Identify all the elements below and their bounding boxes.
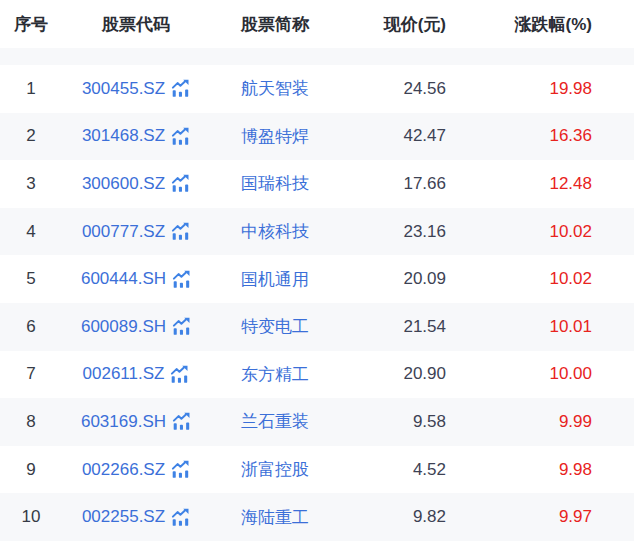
price-value: 20.90 bbox=[340, 364, 460, 384]
row-index: 4 bbox=[0, 222, 62, 242]
stock-chart-icon[interactable] bbox=[172, 270, 191, 289]
change-value: 10.00 bbox=[460, 364, 634, 384]
stock-code-cell: 002266.SZ bbox=[62, 460, 210, 480]
price-value: 23.16 bbox=[340, 222, 460, 242]
price-value: 9.82 bbox=[340, 507, 460, 527]
stock-code-link[interactable]: 000777.SZ bbox=[82, 222, 165, 242]
stock-chart-icon[interactable] bbox=[171, 174, 190, 193]
row-index: 3 bbox=[0, 174, 62, 194]
stock-code-link[interactable]: 002266.SZ bbox=[82, 460, 165, 480]
table-header-row: 序号 股票代码 股票简称 现价(元) 涨跌幅(%) bbox=[0, 0, 634, 48]
table-row: 9 002266.SZ 浙富控股 4.52 9.98 bbox=[0, 446, 634, 494]
stock-name-cell: 特变电工 bbox=[210, 315, 340, 338]
table-row: 5 600444.SH 国机通用 20.09 10.02 bbox=[0, 255, 634, 303]
change-value: 9.99 bbox=[460, 412, 634, 432]
stock-code-cell: 300455.SZ bbox=[62, 79, 210, 99]
stock-name-cell: 航天智装 bbox=[210, 77, 340, 100]
change-value: 9.98 bbox=[460, 460, 634, 480]
row-index: 2 bbox=[0, 126, 62, 146]
row-index: 1 bbox=[0, 79, 62, 99]
row-index: 9 bbox=[0, 460, 62, 480]
table-row: 6 600089.SH 特变电工 21.54 10.01 bbox=[0, 303, 634, 351]
stock-chart-icon[interactable] bbox=[170, 365, 189, 384]
stock-code-cell: 600444.SH bbox=[62, 269, 210, 289]
stock-code-cell: 603169.SH bbox=[62, 412, 210, 432]
stock-chart-icon[interactable] bbox=[171, 127, 190, 146]
stock-code-cell: 002255.SZ bbox=[62, 507, 210, 527]
stock-name-link[interactable]: 航天智装 bbox=[241, 79, 309, 98]
header-col-code: 股票代码 bbox=[62, 13, 210, 36]
stock-chart-icon[interactable] bbox=[172, 412, 191, 431]
stock-chart-icon[interactable] bbox=[171, 460, 190, 479]
header-divider-band bbox=[0, 48, 634, 65]
price-value: 9.58 bbox=[340, 412, 460, 432]
stock-chart-icon[interactable] bbox=[172, 317, 191, 336]
stock-code-link[interactable]: 002255.SZ bbox=[82, 507, 165, 527]
price-value: 21.54 bbox=[340, 317, 460, 337]
price-value: 17.66 bbox=[340, 174, 460, 194]
header-col-name: 股票简称 bbox=[210, 13, 340, 36]
stock-code-link[interactable]: 603169.SH bbox=[81, 412, 166, 432]
stock-name-link[interactable]: 特变电工 bbox=[241, 317, 309, 336]
row-index: 7 bbox=[0, 364, 62, 384]
stock-name-link[interactable]: 兰石重装 bbox=[241, 412, 309, 431]
row-index: 10 bbox=[0, 507, 62, 527]
change-value: 19.98 bbox=[460, 79, 634, 99]
row-index: 5 bbox=[0, 269, 62, 289]
stock-name-cell: 国瑞科技 bbox=[210, 172, 340, 195]
stock-code-link[interactable]: 301468.SZ bbox=[82, 126, 165, 146]
stock-code-link[interactable]: 002611.SZ bbox=[83, 364, 165, 384]
table-row: 8 603169.SH 兰石重装 9.58 9.99 bbox=[0, 398, 634, 446]
change-value: 10.01 bbox=[460, 317, 634, 337]
price-value: 20.09 bbox=[340, 269, 460, 289]
table-row: 7 002611.SZ 东方精工 20.90 10.00 bbox=[0, 351, 634, 399]
stock-code-link[interactable]: 600444.SH bbox=[81, 269, 166, 289]
stock-name-cell: 中核科技 bbox=[210, 220, 340, 243]
stock-name-cell: 海陆重工 bbox=[210, 506, 340, 529]
stock-code-cell: 301468.SZ bbox=[62, 126, 210, 146]
header-col-price: 现价(元) bbox=[340, 13, 460, 36]
table-body: 1 300455.SZ 航天智装 24.56 19.98 bbox=[0, 65, 634, 541]
stock-name-link[interactable]: 中核科技 bbox=[241, 222, 309, 241]
stock-code-link[interactable]: 300455.SZ bbox=[82, 79, 165, 99]
stock-chart-icon[interactable] bbox=[171, 508, 190, 527]
table-row: 2 301468.SZ 博盈特焊 42.47 16.36 bbox=[0, 113, 634, 161]
stock-name-link[interactable]: 海陆重工 bbox=[241, 508, 309, 527]
stock-code-link[interactable]: 600089.SH bbox=[81, 317, 166, 337]
table-row: 1 300455.SZ 航天智装 24.56 19.98 bbox=[0, 65, 634, 113]
change-value: 10.02 bbox=[460, 222, 634, 242]
stock-ranking-table: 序号 股票代码 股票简称 现价(元) 涨跌幅(%) 1 300455.SZ bbox=[0, 0, 634, 541]
table-row: 10 002255.SZ 海陆重工 9.82 9.97 bbox=[0, 493, 634, 541]
change-value: 12.48 bbox=[460, 174, 634, 194]
table-row: 4 000777.SZ 中核科技 23.16 10.02 bbox=[0, 208, 634, 256]
stock-code-cell: 000777.SZ bbox=[62, 222, 210, 242]
table-row: 3 300600.SZ 国瑞科技 17.66 12.48 bbox=[0, 160, 634, 208]
stock-code-cell: 300600.SZ bbox=[62, 174, 210, 194]
price-value: 4.52 bbox=[340, 460, 460, 480]
stock-name-cell: 兰石重装 bbox=[210, 410, 340, 433]
stock-code-link[interactable]: 300600.SZ bbox=[82, 174, 165, 194]
stock-name-cell: 国机通用 bbox=[210, 268, 340, 291]
change-value: 9.97 bbox=[460, 507, 634, 527]
header-col-index: 序号 bbox=[0, 13, 62, 36]
change-value: 10.02 bbox=[460, 269, 634, 289]
stock-name-link[interactable]: 东方精工 bbox=[241, 365, 309, 384]
stock-code-cell: 600089.SH bbox=[62, 317, 210, 337]
stock-name-link[interactable]: 博盈特焊 bbox=[241, 127, 309, 146]
stock-code-cell: 002611.SZ bbox=[62, 364, 210, 384]
row-index: 6 bbox=[0, 317, 62, 337]
change-value: 16.36 bbox=[460, 126, 634, 146]
stock-chart-icon[interactable] bbox=[171, 79, 190, 98]
stock-name-cell: 浙富控股 bbox=[210, 458, 340, 481]
stock-name-link[interactable]: 浙富控股 bbox=[241, 460, 309, 479]
stock-name-cell: 博盈特焊 bbox=[210, 125, 340, 148]
row-index: 8 bbox=[0, 412, 62, 432]
stock-name-link[interactable]: 国机通用 bbox=[241, 270, 309, 289]
header-col-change: 涨跌幅(%) bbox=[460, 13, 634, 36]
stock-name-cell: 东方精工 bbox=[210, 363, 340, 386]
price-value: 42.47 bbox=[340, 126, 460, 146]
stock-chart-icon[interactable] bbox=[171, 222, 190, 241]
stock-name-link[interactable]: 国瑞科技 bbox=[241, 174, 309, 193]
price-value: 24.56 bbox=[340, 79, 460, 99]
